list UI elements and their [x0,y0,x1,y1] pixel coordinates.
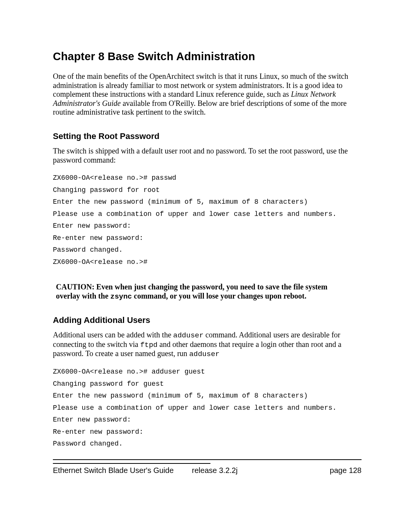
code-block-passwd: ZX6000-OA<release no.># passwd Changing … [53,172,362,268]
s2-text-a: Additional users can be added with the [53,331,173,339]
section1-paragraph: The switch is shipped with a default use… [53,147,362,165]
cmd-adduser-1: adduser [173,331,204,340]
page-footer: Ethernet Switch Blade User's Guide relea… [53,459,362,475]
footer-release: release 3.2.2j [192,466,237,475]
footer-spacer [237,466,330,475]
intro-paragraph: One of the main benefits of the OpenArch… [53,72,362,117]
section-heading-root-password: Setting the Root Password [53,131,362,141]
cmd-adduser-2: adduser [189,350,220,358]
caution-text-2: command, or you will lose your changes u… [132,292,306,300]
footer-page-number: page 128 [330,466,362,475]
section2-paragraph: Additional users can be added with the a… [53,331,362,358]
code-block-adduser: ZX6000-OA<release no.># adduser guest Ch… [53,366,362,450]
footer-rule-mid [53,463,210,464]
caution-command: zsync [110,292,132,301]
cmd-ftpd: ftpd [140,341,158,349]
footer-rule-top [53,459,362,460]
caution-note: CAUTION: Even when just changing the pas… [56,283,362,301]
footer-doc-title: Ethernet Switch Blade User's Guide [53,466,174,475]
document-page: Chapter 8 Base Switch Administration One… [0,0,411,532]
footer-line: Ethernet Switch Blade User's Guide relea… [53,466,362,475]
chapter-title: Chapter 8 Base Switch Administration [53,50,362,63]
section-heading-add-users: Adding Additional Users [53,315,362,325]
